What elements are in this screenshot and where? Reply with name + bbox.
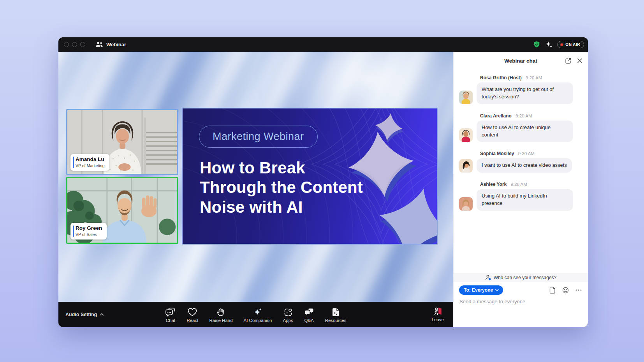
apps-icon — [283, 308, 293, 317]
message-bubble: I want to use AI to create video assets — [477, 158, 572, 173]
on-air-label: ON AIR — [565, 42, 580, 47]
avatar — [459, 197, 473, 211]
speaker-role: VP of Marketing — [76, 163, 105, 168]
avatar — [459, 159, 473, 173]
emoji-icon[interactable] — [562, 287, 569, 294]
privacy-note: Who can see your messages? — [454, 273, 588, 282]
chevron-up-icon — [100, 313, 104, 316]
toolbar-item-label: AI Companion — [244, 318, 272, 323]
on-air-dot-icon — [560, 43, 563, 46]
video-tile-roy[interactable]: Roy Green VP of Sales — [66, 177, 178, 244]
security-shield-icon[interactable] — [533, 41, 540, 48]
close-window-button[interactable] — [64, 42, 69, 47]
audio-setting-button[interactable]: Audio Setting — [65, 302, 104, 327]
speaker-name: Amanda Lu — [76, 156, 105, 163]
ai-companion-icon — [253, 308, 263, 317]
chat-panel: Webinar chat — [453, 52, 588, 327]
toolbar-resources-button[interactable]: Resources — [320, 305, 352, 324]
message-time: 9:20 AM — [526, 75, 542, 80]
traffic-lights — [64, 42, 85, 47]
avatar — [459, 128, 473, 142]
to-everyone-selector[interactable]: To: Everyone — [459, 285, 503, 295]
nametag-amanda: Amanda Lu VP of Marketing — [70, 154, 109, 171]
toolbar-item-label: React — [187, 318, 198, 323]
chat-message: Ashlee York 9:20 AM Using AI to build my… — [459, 182, 582, 211]
chat-header: Webinar chat — [454, 52, 588, 70]
heart-icon — [187, 308, 197, 317]
toolbar-item-label: Apps — [283, 318, 293, 323]
video-tile-amanda[interactable]: Amanda Lu VP of Marketing — [66, 109, 178, 175]
shared-slide: Marketing Webinar How to Break Through t… — [182, 108, 438, 245]
participants-icon — [95, 42, 103, 47]
window-title: Webinar — [106, 42, 126, 47]
speaker-role: VP of Sales — [76, 232, 102, 237]
titlebar: Webinar ON AIR — [58, 37, 588, 52]
video-stage: Amanda Lu VP of Marketing — [58, 52, 453, 327]
privacy-text: Who can see your messages? — [494, 275, 556, 280]
message-author: Ashlee York — [480, 182, 507, 187]
toolbar-raise-hand-button[interactable]: Raise Hand — [204, 305, 238, 324]
more-options-icon[interactable] — [575, 289, 582, 291]
message-author: Sophia Mosiley — [480, 151, 514, 156]
leave-label: Leave — [432, 317, 444, 322]
toolbar-qa-button[interactable]: Q&A — [299, 305, 320, 324]
chat-bubble-icon — [165, 308, 176, 317]
minimize-window-button[interactable] — [72, 42, 77, 47]
chevron-down-icon — [495, 289, 499, 291]
close-icon[interactable] — [577, 58, 582, 63]
toolbar-chat-button[interactable]: Chat — [160, 305, 181, 324]
on-air-badge: ON AIR — [557, 41, 584, 48]
toolbar-react-button[interactable]: React — [181, 305, 204, 324]
toolbar-item-label: Chat — [166, 318, 175, 323]
chat-message: Sophia Mosiley 9:20 AM I want to use AI … — [459, 151, 582, 173]
toolbar-item-label: Resources — [325, 318, 347, 323]
privacy-person-icon — [485, 275, 491, 280]
toolbar-item-label: Q&A — [304, 318, 313, 323]
zoom-window-button[interactable] — [80, 42, 85, 47]
audio-setting-label: Audio Setting — [65, 312, 97, 317]
file-attach-icon[interactable] — [549, 287, 556, 294]
speaker-name: Roy Green — [76, 225, 102, 232]
chat-title: Webinar chat — [504, 58, 537, 64]
meeting-toolbar: Audio Setting Chat — [58, 302, 453, 327]
message-bubble: Using AI to build my LinkedIn presence — [477, 189, 573, 211]
chat-message-input[interactable] — [454, 295, 588, 304]
chat-message-list: Rosa Griffin (Host) 9:20 AM What are you… — [454, 70, 588, 273]
message-bubble: What are you trying to get out of today'… — [477, 82, 573, 104]
slide-title: How to Break Through the Content Noise w… — [200, 158, 363, 217]
to-everyone-label: To: Everyone — [464, 287, 493, 293]
resources-doc-icon — [331, 308, 340, 317]
message-author: Clara Arellano — [480, 113, 512, 119]
pop-out-icon[interactable] — [565, 58, 572, 64]
message-time: 9:20 AM — [511, 182, 527, 187]
ai-sparkle-icon[interactable] — [545, 40, 553, 49]
chat-message: Clara Arellano 9:20 AM How to use AI to … — [459, 113, 582, 142]
leave-button[interactable]: Leave — [432, 302, 444, 327]
toolbar-apps-button[interactable]: Apps — [277, 305, 298, 324]
leave-door-icon — [433, 307, 442, 316]
slide-badge: Marketing Webinar — [199, 126, 318, 148]
qa-bubbles-icon — [304, 308, 314, 317]
window-title-group: Webinar — [95, 42, 126, 47]
nametag-roy: Roy Green VP of Sales — [70, 223, 107, 240]
chat-message: Rosa Griffin (Host) 9:20 AM What are you… — [459, 75, 582, 104]
raise-hand-icon — [216, 308, 225, 317]
toolbar-item-label: Raise Hand — [209, 318, 232, 323]
webinar-window: Webinar ON AIR — [58, 37, 588, 327]
toolbar-ai-companion-button[interactable]: AI Companion — [238, 305, 278, 324]
chat-footer: Who can see your messages? To: Everyone — [454, 273, 588, 327]
message-bubble: How to use AI to create unique content — [477, 121, 573, 142]
message-time: 9:20 AM — [516, 114, 532, 118]
message-time: 9:20 AM — [518, 151, 535, 156]
message-author: Rosa Griffin (Host) — [480, 75, 522, 80]
avatar — [459, 91, 473, 104]
